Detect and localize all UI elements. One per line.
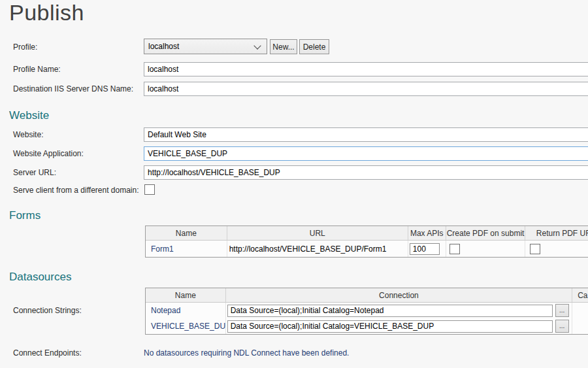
profile-name-label: Profile Name: xyxy=(13,65,61,74)
connection-string-input[interactable] xyxy=(227,320,553,333)
profile-name-input[interactable] xyxy=(144,62,588,76)
datasource-name-link[interactable]: VEHICLE_BASE_DUP xyxy=(151,322,226,331)
forms-col-create-pdf: Create PDF on submit xyxy=(446,226,526,240)
destination-dns-label: Destination IIS Server DNS Name: xyxy=(13,84,133,93)
datasources-table: Name Connection Ca Notepad ... VEHICLE_B… xyxy=(145,288,588,335)
forms-col-max-apis: Max APIs xyxy=(408,226,446,240)
datasources-col-connection: Connection xyxy=(226,288,573,302)
table-row: Form1 http://localhost/VEHICLE_BASE_DUP/… xyxy=(146,241,588,257)
table-row: Notepad ... xyxy=(146,303,588,318)
website-label: Website: xyxy=(13,130,43,139)
delete-profile-button[interactable]: Delete xyxy=(299,39,329,54)
page-title: Publish xyxy=(9,0,84,25)
datasources-table-header: Name Connection Ca xyxy=(146,288,588,303)
connection-strings-label: Connection Strings: xyxy=(13,306,82,315)
datasources-section-header: Datasources xyxy=(9,271,71,284)
forms-table-header: Name URL Max APIs Create PDF on submit R… xyxy=(146,226,588,241)
connect-endpoints-label: Connect Endpoints: xyxy=(13,348,82,358)
datasources-col-name: Name xyxy=(146,288,226,302)
datasource-name-link[interactable]: Notepad xyxy=(151,306,180,315)
server-url-label: Server URL: xyxy=(13,168,56,177)
profile-dropdown[interactable]: localhost xyxy=(144,39,267,54)
form-url-cell: http://localhost/VEHICLE_BASE_DUP/Form1 xyxy=(227,241,408,257)
forms-col-return-pdf: Return PDF URL xyxy=(525,226,588,240)
form-name-link[interactable]: Form1 xyxy=(151,244,174,254)
chevron-down-icon xyxy=(253,42,261,49)
create-pdf-checkbox[interactable] xyxy=(449,244,460,254)
server-url-input[interactable] xyxy=(144,165,588,180)
destination-dns-input[interactable] xyxy=(144,82,588,96)
profile-label: Profile: xyxy=(13,42,37,52)
forms-section-header: Forms xyxy=(9,209,41,222)
datasources-col-catalog: Ca xyxy=(572,288,588,302)
return-pdf-checkbox[interactable] xyxy=(530,244,540,254)
max-apis-input[interactable] xyxy=(410,243,440,255)
datasource-catalog-cell xyxy=(572,303,588,318)
website-input[interactable] xyxy=(144,127,588,142)
website-application-label: Website Application: xyxy=(13,149,84,158)
forms-col-name: Name xyxy=(146,226,227,240)
browse-connection-button[interactable]: ... xyxy=(555,320,569,333)
connect-endpoints-message: No datasources requiring NDL Connect hav… xyxy=(144,348,349,358)
table-row: VEHICLE_BASE_DUP ... xyxy=(146,318,588,334)
publish-page: Publish Profile: localhost New... Delete… xyxy=(0,0,588,368)
connection-string-input[interactable] xyxy=(227,305,553,317)
datasource-catalog-cell xyxy=(572,318,588,334)
website-section-header: Website xyxy=(9,109,49,122)
forms-table: Name URL Max APIs Create PDF on submit R… xyxy=(145,226,588,258)
serve-client-checkbox[interactable] xyxy=(144,184,155,195)
new-profile-button[interactable]: New... xyxy=(270,39,297,54)
forms-col-url: URL xyxy=(227,226,408,240)
website-application-input[interactable] xyxy=(144,146,588,161)
serve-client-label: Serve client from a different domain: xyxy=(13,186,139,195)
profile-dropdown-value: localhost xyxy=(144,42,255,51)
browse-connection-button[interactable]: ... xyxy=(555,304,569,317)
